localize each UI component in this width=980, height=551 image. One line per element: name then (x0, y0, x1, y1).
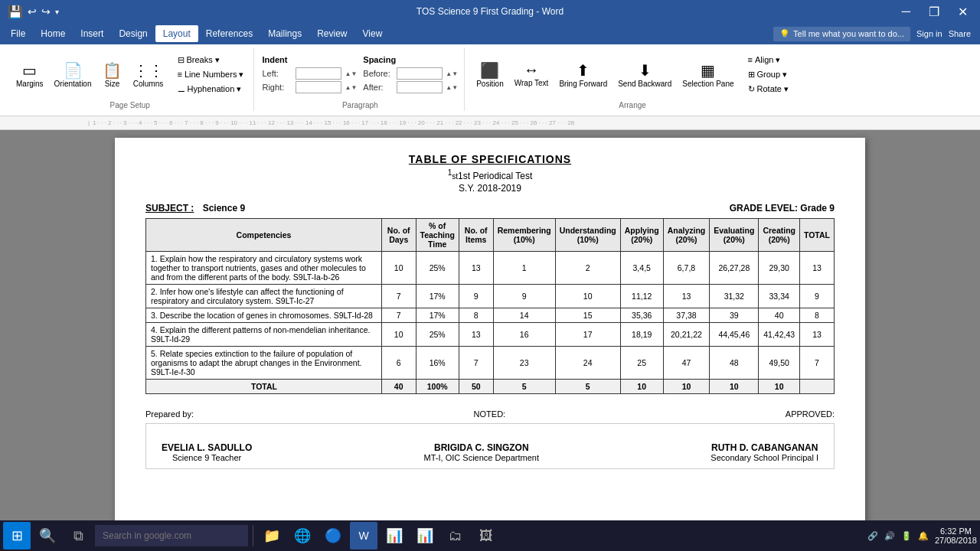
size-button[interactable]: 📋 Size (99, 59, 126, 90)
indent-left-input[interactable] (296, 67, 341, 80)
window-title: TOS Science 9 First Grading - Word (416, 6, 564, 17)
columns-button[interactable]: ⋮⋮ Columns (129, 59, 168, 90)
tos-table: Competencies No. ofDays % ofTeachingTime… (145, 218, 835, 394)
system-time: 6:32 PM 27/08/2018 (935, 527, 977, 545)
subject-field: SUBJECT : Science 9 (145, 203, 245, 214)
redo-icon[interactable]: ↪ (41, 5, 51, 18)
table-cell: 14 (493, 308, 555, 323)
word-taskbar-icon[interactable]: W (350, 522, 377, 549)
spacing-before-input[interactable] (397, 67, 443, 80)
table-cell: 25% (416, 252, 459, 285)
rotate-button[interactable]: ↻ Rotate ▾ (744, 83, 792, 96)
menu-review[interactable]: Review (309, 25, 354, 42)
table-cell: 9 (459, 285, 493, 308)
indent-right-input[interactable] (296, 81, 341, 93)
task-view-icon[interactable]: ⧉ (64, 522, 92, 549)
notification-icon[interactable]: 🔔 (918, 531, 929, 541)
size-icon: 📋 (103, 61, 122, 80)
restore-button[interactable]: ❐ (924, 3, 944, 21)
th-items: No. ofItems (459, 219, 493, 252)
spacing-before-spinner[interactable]: ▲▼ (446, 70, 458, 77)
orientation-icon: 📄 (64, 61, 83, 80)
signin-button[interactable]: Sign in (916, 29, 942, 38)
send-backward-icon: ⬇ (639, 61, 652, 80)
wrap-text-button[interactable]: ↔ Wrap Text (511, 59, 553, 90)
app-icon-3[interactable]: 🖼 (472, 522, 500, 549)
network-icon[interactable]: 🔗 (867, 531, 878, 541)
group-button[interactable]: ⊞ Group ▾ (744, 68, 792, 81)
menu-view[interactable]: View (355, 25, 390, 42)
orientation-button[interactable]: 📄 Orientation (51, 59, 96, 90)
close-button[interactable]: ✕ (953, 3, 972, 21)
send-backward-button[interactable]: ⬇ Send Backward (614, 59, 675, 90)
table-cell: 1. Explain how the respiratory and circu… (146, 252, 382, 285)
app-icon-2[interactable]: 🗂 (442, 522, 469, 549)
menu-references[interactable]: References (198, 25, 260, 42)
breaks-icon: ⊟ (178, 55, 185, 65)
ribbon-page-setup-content: ▭ Margins 📄 Orientation 📋 Size ⋮⋮ Column… (12, 49, 247, 99)
table-cell: 16 (493, 323, 555, 347)
line-numbers-button[interactable]: ≡ Line Numbers ▾ (174, 68, 248, 81)
search-icon[interactable]: 🔍 (34, 522, 61, 549)
volume-icon[interactable]: 🔊 (884, 531, 895, 541)
undo-icon[interactable]: ↩ (28, 5, 37, 18)
breaks-button[interactable]: ⊟ Breaks ▾ (174, 54, 248, 67)
start-button[interactable]: ⊞ (3, 522, 31, 549)
ribbon-group-page-setup: ▭ Margins 📄 Orientation 📋 Size ⋮⋮ Column… (6, 47, 254, 111)
position-button[interactable]: ⬛ Position (472, 59, 508, 90)
table-cell: 10 (381, 252, 416, 285)
tell-me-bar[interactable]: 💡 Tell me what you want to do... (773, 27, 910, 41)
spacing-after-spinner[interactable]: ▲▼ (446, 84, 458, 91)
ribbon: ▭ Margins 📄 Orientation 📋 Size ⋮⋮ Column… (0, 44, 980, 116)
taskbar-search[interactable] (95, 525, 248, 546)
table-cell: 9 (799, 285, 834, 308)
sig1-block: EVELIA L. SADULLO Science 9 Teacher (162, 442, 252, 462)
menu-file[interactable]: File (3, 25, 33, 42)
customize-icon[interactable]: ▾ (55, 8, 59, 16)
table-cell: 13 (799, 323, 834, 347)
selection-pane-button[interactable]: ▦ Selection Pane (678, 59, 737, 90)
indent-right-spinner[interactable]: ▲▼ (345, 84, 357, 91)
grade-level: GRADE LEVEL: Grade 9 (730, 203, 835, 214)
table-cell: 10 (759, 380, 800, 394)
table-cell: 1 (493, 252, 555, 285)
table-cell: TOTAL (146, 380, 382, 394)
bring-forward-button[interactable]: ⬆ Bring Forward (555, 59, 611, 90)
menu-design[interactable]: Design (111, 25, 155, 42)
table-cell: 17% (416, 308, 459, 323)
excel-taskbar-icon[interactable]: 📊 (381, 522, 408, 549)
approved-label: APPROVED: (786, 409, 835, 419)
ppt-taskbar-icon[interactable]: 📊 (411, 522, 439, 549)
table-cell: 7 (799, 347, 834, 380)
file-explorer-icon[interactable]: 📁 (258, 522, 286, 549)
paragraph-label: Paragraph (342, 101, 378, 109)
edge-icon[interactable]: 🌐 (289, 522, 316, 549)
hyphenation-button[interactable]: ⚊ Hyphenation ▾ (174, 83, 248, 96)
menu-mailings[interactable]: Mailings (260, 25, 309, 42)
table-cell: 8 (459, 308, 493, 323)
menu-insert[interactable]: Insert (73, 25, 111, 42)
battery-icon[interactable]: 🔋 (901, 531, 912, 541)
menu-layout[interactable]: Layout (155, 25, 198, 42)
minimize-button[interactable]: ─ (897, 3, 915, 20)
table-cell: 5 (493, 380, 555, 394)
indent-right-label: Right: (262, 83, 292, 92)
table-cell: 39 (710, 308, 759, 323)
indent-left-row: Left: ▲▼ (262, 67, 357, 80)
margins-button[interactable]: ▭ Margins (12, 59, 47, 90)
spacing-after-input[interactable] (397, 81, 443, 93)
share-button[interactable]: Share (949, 29, 971, 38)
spacing-heading: Spacing (363, 55, 458, 64)
align-button[interactable]: ≡ Align ▾ (744, 54, 792, 67)
table-cell: 41,42,43 (759, 323, 800, 347)
word-icon[interactable]: 💾 (8, 5, 23, 19)
chrome-icon[interactable]: 🔵 (319, 522, 347, 549)
table-cell: 31,32 (710, 285, 759, 308)
table-cell: 40 (381, 380, 416, 394)
th-days: No. ofDays (381, 219, 416, 252)
indent-left-spinner[interactable]: ▲▼ (345, 70, 357, 77)
spacing-before-label: Before: (363, 69, 394, 78)
ribbon-paragraph-content: Indent Left: ▲▼ Right: ▲▼ Spacing (262, 49, 458, 99)
table-cell: 17 (555, 323, 620, 347)
menu-home[interactable]: Home (33, 25, 73, 42)
